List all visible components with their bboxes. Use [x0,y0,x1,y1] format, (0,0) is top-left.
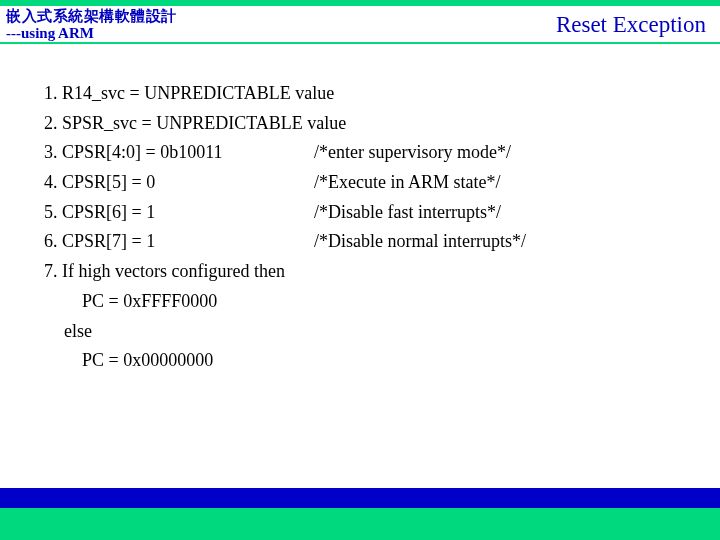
content-line-8: PC = 0xFFFF0000 [44,287,720,317]
content-line-1: 1. R14_svc = UNPREDICTABLE value [44,79,720,109]
line-right: /*Execute in ARM state*/ [314,168,500,198]
line-right: /*enter supervisory mode*/ [314,138,511,168]
content-line-3: 3. CPSR[4:0] = 0b10011 /*enter superviso… [44,138,720,168]
line-left: 6. CPSR[7] = 1 [44,227,314,257]
line-right: /*Disable normal interrupts*/ [314,227,526,257]
content-line-5: 5. CPSR[6] = 1 /*Disable fast interrupts… [44,198,720,228]
content-line-10: PC = 0x00000000 [44,346,720,376]
content-line-7: 7. If high vectors configured then [44,257,720,287]
line-left: 4. CPSR[5] = 0 [44,168,314,198]
line-text: PC = 0x00000000 [82,346,213,376]
line-right: /*Disable fast interrupts*/ [314,198,501,228]
line-left: 5. CPSR[6] = 1 [44,198,314,228]
content-line-2: 2. SPSR_svc = UNPREDICTABLE value [44,109,720,139]
line-text: else [64,317,92,347]
content-line-4: 4. CPSR[5] = 0 /*Execute in ARM state*/ [44,168,720,198]
line-text: 7. If high vectors configured then [44,257,285,287]
content-area: 1. R14_svc = UNPREDICTABLE value 2. SPSR… [0,44,720,376]
line-text: PC = 0xFFFF0000 [82,287,217,317]
line-text: 1. R14_svc = UNPREDICTABLE value [44,79,334,109]
header-row: 嵌入式系統架構軟體設計 ---using ARM Reset Exception [0,6,720,42]
line-left: 3. CPSR[4:0] = 0b10011 [44,138,314,168]
header-left: 嵌入式系統架構軟體設計 ---using ARM [6,7,177,42]
header-title-right: Reset Exception [556,12,706,38]
header-title-en: ---using ARM [6,25,177,42]
footer-bar [0,508,720,540]
header-title-cn: 嵌入式系統架構軟體設計 [6,7,177,26]
content-line-9: else [44,317,720,347]
footer-stripe [0,488,720,508]
line-text: 2. SPSR_svc = UNPREDICTABLE value [44,109,346,139]
content-line-6: 6. CPSR[7] = 1 /*Disable normal interrup… [44,227,720,257]
